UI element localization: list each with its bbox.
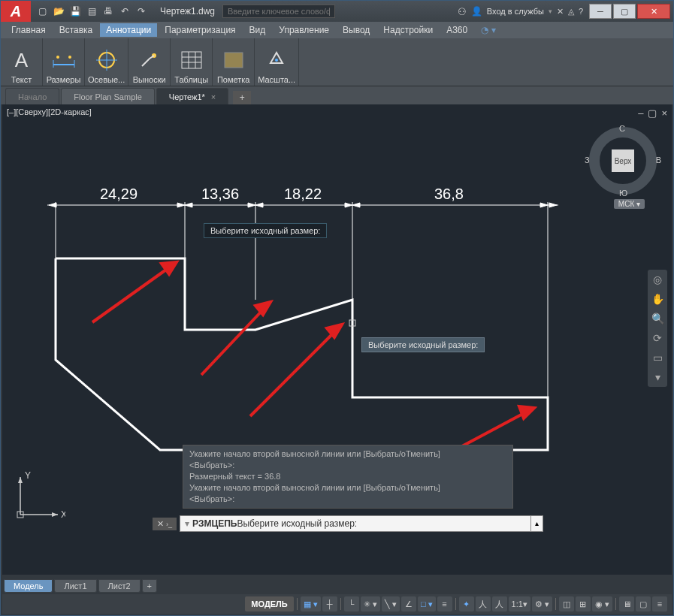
- undo-icon[interactable]: ↶: [118, 5, 131, 18]
- close-button[interactable]: ✕: [637, 4, 670, 19]
- sb-annoscale-icon[interactable]: ✦: [459, 596, 474, 611]
- redo-icon[interactable]: ↷: [134, 5, 148, 18]
- tab-insert[interactable]: Вставка: [53, 23, 99, 37]
- ribbon-scale[interactable]: Масшта...: [255, 38, 299, 86]
- sb-customize-icon[interactable]: ≡: [652, 596, 667, 611]
- tab-a360[interactable]: A360: [440, 23, 473, 37]
- ucs-dropdown[interactable]: МСК ▾: [614, 199, 645, 209]
- new-icon[interactable]: ▢: [35, 5, 49, 18]
- sb-modelspace[interactable]: МОДЕЛЬ: [245, 596, 293, 611]
- sb-scale[interactable]: 1:1 ▾: [509, 596, 530, 611]
- tab-parametric[interactable]: Параметризация: [159, 23, 241, 37]
- svg-marker-29: [540, 203, 548, 207]
- close-tab-icon[interactable]: ×: [211, 92, 216, 101]
- layout-tab-model[interactable]: Модель: [4, 579, 53, 593]
- help-icon[interactable]: ?: [579, 7, 583, 16]
- dim-text-1: 24,29: [100, 186, 138, 202]
- layout-tab-add[interactable]: +: [142, 579, 157, 593]
- sb-osnap-icon[interactable]: ∠: [401, 596, 416, 611]
- filetab-start[interactable]: Начало: [5, 88, 59, 104]
- nav-more-icon[interactable]: ▾: [651, 370, 664, 384]
- drawing-outline: [56, 258, 548, 450]
- sb-hardware-icon[interactable]: 🖥: [619, 596, 634, 611]
- ucs-icon: X Y: [13, 470, 65, 522]
- cmdline-close-icon[interactable]: ✕ ›_: [153, 518, 177, 530]
- saveas-icon[interactable]: ▤: [85, 5, 98, 18]
- ribbon-dimensions[interactable]: Размеры: [43, 38, 85, 86]
- ribbon-tables[interactable]: Таблицы: [171, 38, 213, 86]
- sb-cleanscreen-icon[interactable]: ▢: [636, 596, 651, 611]
- new-tab-button[interactable]: +: [233, 91, 251, 104]
- exchange-icon[interactable]: ✕: [557, 7, 564, 17]
- tab-home[interactable]: Главная: [5, 23, 52, 37]
- svg-marker-24: [185, 203, 192, 207]
- sb-quickprops-icon[interactable]: ⊞: [576, 596, 591, 611]
- viewcube-top-face[interactable]: Верх: [612, 149, 634, 172]
- tab-overflow[interactable]: ◔ ▾: [475, 23, 501, 37]
- tab-view[interactable]: Вид: [243, 23, 272, 37]
- filetab-floorplan[interactable]: Floor Plan Sample: [61, 88, 155, 104]
- minimize-button[interactable]: ─: [589, 4, 612, 19]
- showmotion-icon[interactable]: ▭: [651, 351, 664, 364]
- ucs-y-label: Y: [25, 470, 31, 481]
- svg-marker-42: [52, 512, 58, 517]
- a360-icon[interactable]: ◬: [568, 7, 574, 17]
- dim-text-3: 18,22: [284, 186, 322, 202]
- fullnav-icon[interactable]: ◎: [651, 273, 664, 286]
- ribbon-text[interactable]: A Текст: [1, 38, 43, 86]
- svg-point-3: [56, 56, 59, 59]
- navigation-bar: ◎ ✋ 🔍 ⟳ ▭ ▾: [648, 270, 667, 387]
- filetab-drawing1[interactable]: Чертеж1* ×: [156, 88, 228, 104]
- ribbon-markup[interactable]: Пометка: [213, 38, 255, 86]
- pan-icon[interactable]: ✋: [651, 292, 664, 306]
- sb-lineweight-icon[interactable]: ≡: [437, 596, 452, 611]
- sb-gear-icon[interactable]: ⚙ ▾: [532, 596, 552, 611]
- signin-link[interactable]: Вход в службы: [487, 7, 544, 16]
- command-input[interactable]: ▾ РЗМЦЕПЬ Выберите исходный размер:: [180, 515, 531, 532]
- sb-annoauto-icon[interactable]: 人: [492, 596, 507, 611]
- cmdline-history-button[interactable]: ▴: [531, 515, 543, 532]
- sb-polar-icon[interactable]: ✳ ▾: [361, 596, 380, 611]
- drawing-canvas[interactable]: [–][Сверху][2D-каркас] – ▢ ×: [2, 104, 672, 575]
- tab-annotate[interactable]: Аннотации: [100, 23, 157, 37]
- user-icon[interactable]: 👤: [471, 6, 482, 17]
- sb-grid-icon[interactable]: ▦ ▾: [301, 596, 321, 611]
- layout-tab-sheet2[interactable]: Лист2: [98, 579, 141, 593]
- quick-access-toolbar: ▢ 📂 💾 ▤ 🖶 ↶ ↷: [31, 5, 153, 18]
- status-bar: МОДЕЛЬ ▦ ▾ ┼ └ ✳ ▾ ╲ ▾ ∠ □ ▾ ≡ ✦ 人 人 1:1…: [2, 594, 672, 614]
- sb-selection-icon[interactable]: ◉ ▾: [592, 596, 612, 611]
- dim-text-2: 13,36: [201, 186, 239, 202]
- ribbon-centerlines[interactable]: Осевые...: [85, 38, 128, 86]
- app-logo[interactable]: A: [1, 1, 31, 22]
- tab-output[interactable]: Вывод: [337, 23, 376, 37]
- sb-annovis-icon[interactable]: 人: [476, 596, 491, 611]
- layout-tab-sheet1[interactable]: Лист1: [54, 579, 96, 593]
- zoom-icon[interactable]: 🔍: [651, 312, 664, 325]
- svg-line-32: [92, 266, 171, 322]
- sb-workspace-icon[interactable]: ◫: [559, 596, 574, 611]
- dim-text-4: 36,8: [434, 186, 464, 202]
- table-icon: [180, 48, 204, 72]
- scale-icon: [264, 48, 289, 72]
- ribbon-leaders[interactable]: Выноски: [128, 38, 171, 86]
- tab-manage[interactable]: Управление: [273, 23, 335, 37]
- sb-snap-icon[interactable]: ┼: [322, 596, 337, 611]
- save-icon[interactable]: 💾: [68, 5, 82, 18]
- sb-iso-icon[interactable]: ╲ ▾: [382, 596, 400, 611]
- svg-marker-35: [255, 302, 271, 315]
- ribbon-tabs: Главная Вставка Аннотации Параметризация…: [1, 22, 673, 38]
- infocenter-icon[interactable]: ⚇: [458, 6, 467, 17]
- maximize-button[interactable]: ▢: [613, 4, 636, 19]
- print-icon[interactable]: 🖶: [101, 5, 115, 18]
- svg-line-34: [201, 307, 265, 375]
- orbit-icon[interactable]: ⟳: [651, 331, 664, 345]
- viewcube[interactable]: Верх С Ю В З: [589, 127, 657, 195]
- ucs-x-label: X: [61, 509, 65, 520]
- sb-otrack-icon[interactable]: □ ▾: [418, 596, 436, 611]
- svg-rect-14: [225, 53, 243, 68]
- sb-ortho-icon[interactable]: └: [344, 596, 359, 611]
- search-input[interactable]: [222, 5, 335, 18]
- svg-rect-9: [182, 52, 201, 68]
- tab-addins[interactable]: Надстройки: [377, 23, 439, 37]
- open-icon[interactable]: 📂: [52, 5, 65, 18]
